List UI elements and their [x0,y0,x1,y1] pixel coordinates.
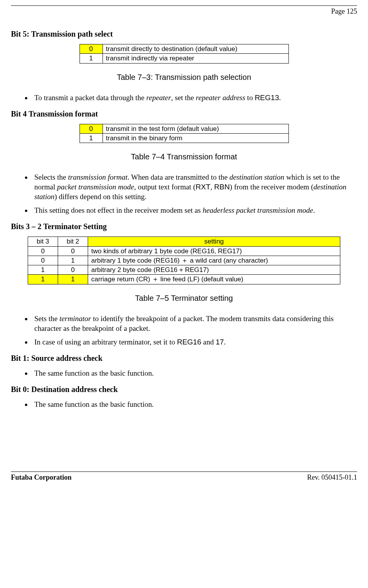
bit0-bullets: The same function as the basic function. [11,399,357,409]
text: Selects the [34,173,68,181]
cell-setting: carriage return (CR) ＋ line feed (LF) (d… [88,275,340,284]
table-7-3: 0 transmit directly to destination (defa… [80,44,289,64]
text-code: REG16 [177,338,201,346]
cell-desc: transmit in the binary form [103,133,288,143]
table-row: 0 transmit directly to destination (defa… [80,44,288,54]
table-7-5-caption: Table 7–5 Terminator setting [11,294,357,303]
bit1-bullets: The same function as the basic function. [11,368,357,378]
bit5-heading: Bit 5: Transmission path select [11,30,357,39]
text: , [211,183,214,191]
bit4-heading: Bit 4 Transmission format [11,109,357,118]
cell-setting: arbitrary 1 byte code (REG16) ＋ a wild c… [88,256,340,265]
table-7-5: bit 3 bit 2 setting 0 0 two kinds of arb… [28,237,340,284]
bit5-bullets: To transmit a packet data through the re… [11,93,357,102]
cell-desc: transmit directly to destination (defaul… [103,44,288,54]
text: , output text format ( [134,183,196,191]
text-italic: destination station [229,173,284,181]
bit1-heading: Bit 1: Source address check [11,354,357,363]
text: This setting does not effect in the rece… [34,206,203,214]
footer-rule [11,471,357,472]
text: and [201,338,216,346]
table-row: 1 0 arbitrary 2 byte code (REG16 + REG17… [28,265,340,275]
list-item: In case of using an arbitrary terminator… [32,337,357,347]
footer-left: Futaba Corporation [11,473,72,482]
text: In case of using an arbitrary terminator… [34,338,177,346]
text: to [245,94,255,102]
cell-bit3: 0 [28,246,58,256]
table-row: 0 1 arbitrary 1 byte code (REG16) ＋ a wi… [28,256,340,265]
footer-right: Rev. 050415-01.1 [307,473,357,482]
table-row: 1 transmit indirectly via repeater [80,54,288,63]
cell-setting: arbitrary 2 byte code (REG16 + REG17) [88,265,340,275]
text: , set the [171,94,196,102]
table-header-row: bit 3 bit 2 setting [28,237,340,246]
cell-value: 0 [80,44,103,54]
cell-bit3: 0 [28,256,58,265]
text-italic: headerless packet transmission mode [203,206,313,214]
col-setting: setting [88,237,340,246]
cell-desc: transmit indirectly via repeater [103,54,288,63]
cell-value: 0 [80,124,103,133]
text-code: RBN [214,183,230,191]
cell-value: 1 [80,54,103,63]
cell-bit2: 1 [58,275,88,284]
text-italic: terminator [59,314,91,323]
text-code: 17 [216,338,224,346]
cell-bit2: 0 [58,265,88,275]
list-item: The same function as the basic function. [32,399,357,409]
table-7-4-caption: Table 7–4 Transmission format [11,152,357,161]
text-italic: transmission format [68,173,128,181]
text: . [313,206,315,214]
list-item: Sets the terminator to identify the brea… [32,314,357,333]
table-row: 1 transmit in the binary form [80,133,288,143]
cell-value: 1 [80,133,103,143]
bit0-heading: Bit 0: Destination address check [11,385,357,394]
text: ) differs depend on this setting. [55,192,147,201]
bit4-bullets: Selects the transmission format. When da… [11,172,357,215]
cell-desc: transmit in the test form (default value… [103,124,288,133]
bits32-heading: Bits 3 – 2 Terminator Setting [11,222,357,231]
text-italic: repeater address [196,94,245,102]
cell-bit2: 0 [58,246,88,256]
list-item: The same function as the basic function. [32,368,357,378]
col-bit2: bit 2 [58,237,88,246]
bits32-bullets: Sets the terminator to identify the brea… [11,314,357,347]
table-row: 1 1 carriage return (CR) ＋ line feed (LF… [28,275,340,284]
cell-bit3: 1 [28,275,58,284]
list-item: This setting does not effect in the rece… [32,205,357,215]
text: . When data are transmitted to the [127,173,229,181]
cell-bit3: 1 [28,265,58,275]
cell-bit2: 1 [58,256,88,265]
page-number: Page 125 [11,7,357,16]
top-rule [11,5,357,6]
text-italic: repeater [146,94,171,102]
text-italic: packet transmission mode [57,183,134,191]
list-item: To transmit a packet data through the re… [32,93,357,102]
text: . [279,94,281,102]
col-bit3: bit 3 [28,237,58,246]
list-item: Selects the transmission format. When da… [32,172,357,201]
text: Sets the [34,314,59,323]
text: To transmit a packet data through the [34,94,146,102]
table-row: 0 0 two kinds of arbitrary 1 byte code (… [28,246,340,256]
cell-setting: two kinds of arbitrary 1 byte code (REG1… [88,246,340,256]
text: ) from the receiver modem ( [230,183,313,191]
table-row: 0 transmit in the test form (default val… [80,124,288,133]
table-7-3-caption: Table 7–3: Transmission path selection [11,73,357,82]
text: . [224,338,226,346]
text-code: REG13 [255,94,279,102]
text-code: RXT [196,183,211,191]
footer: Futaba Corporation Rev. 050415-01.1 [11,471,357,482]
table-7-4: 0 transmit in the test form (default val… [80,124,289,143]
